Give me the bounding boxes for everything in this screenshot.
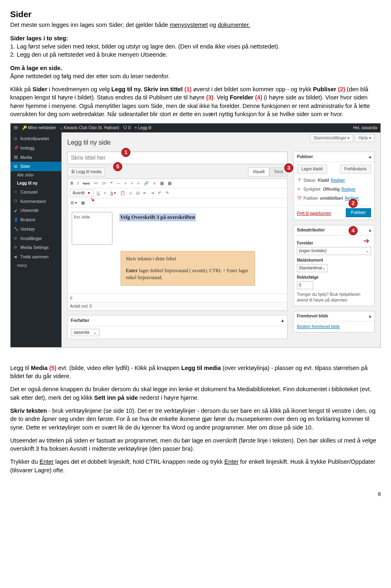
menu-comments[interactable]: 🗨Kommentarer bbox=[11, 197, 62, 206]
link-dokumenter: dokumenter. bbox=[217, 22, 250, 28]
submenu-all-pages[interactable]: Alle sider bbox=[11, 171, 62, 179]
textcolor-button[interactable]: A ▾ bbox=[110, 190, 117, 196]
publish-panel: Publiser▴ Lagre kladd Forhåndsvis 📍Statu… bbox=[293, 152, 375, 220]
calendar-icon: 📅 bbox=[297, 196, 302, 201]
author-panel-title: Forfatter bbox=[71, 317, 89, 324]
subhead-om: Om å lage en side. bbox=[10, 65, 62, 71]
outdent-button[interactable]: ⇤ bbox=[143, 190, 147, 196]
step-2: 2. Legg den ut på nettstedet ved å bruke… bbox=[10, 51, 167, 58]
wp-logo-icon[interactable]: ⓦ bbox=[14, 125, 18, 131]
menu-collapse[interactable]: ◀Trekk sammen bbox=[11, 252, 62, 262]
instruction-box: Skriv teksten i dette feltet Enter lager… bbox=[121, 251, 255, 285]
om-line: Åpne nettstedet og følg med der etter so… bbox=[10, 73, 170, 79]
menu-appearance[interactable]: 🖌Utseende bbox=[11, 206, 62, 215]
italic-button[interactable]: I bbox=[77, 180, 79, 187]
toggle-toolbar-button[interactable]: ▦ bbox=[167, 180, 172, 187]
align-left-button[interactable]: ≡ bbox=[124, 180, 128, 187]
bold-button[interactable]: B bbox=[70, 180, 74, 187]
page-number: 8 bbox=[10, 491, 381, 498]
tab-help[interactable]: Hjelp ▾ bbox=[355, 134, 375, 142]
submenu-add-new[interactable]: Legg til ny bbox=[11, 179, 62, 187]
subhead-steps: Sider lages i to steg: bbox=[10, 35, 68, 42]
intro-text: Det meste som legges inn lages som Sider… bbox=[10, 21, 381, 29]
featured-image-panel: Fremhevet bilde▴ Bestem fremhevet bilde bbox=[293, 311, 375, 333]
preview-button[interactable]: Forhåndsvis bbox=[340, 165, 371, 174]
tools-icon: 🔧 bbox=[14, 227, 18, 232]
order-label: Rekkefølge bbox=[297, 275, 371, 280]
set-featured-image[interactable]: Bestem fremhevet bilde bbox=[297, 324, 340, 329]
chevron-down-icon: ▼ bbox=[87, 191, 91, 196]
collapse-icon[interactable]: ▴ bbox=[369, 154, 371, 160]
move-to-trash[interactable]: Flytt til papirkurven bbox=[297, 208, 331, 216]
menu-media[interactable]: 🖾Media bbox=[11, 153, 62, 162]
wp-screenshot: ⓦ 🔑 Mine nettsteder ⌂ Kiwanis Club Oslo … bbox=[10, 123, 381, 347]
parent-select[interactable]: (ingen forelder)⌄ bbox=[297, 247, 371, 255]
menu-tools[interactable]: 🔧Verktøy bbox=[11, 225, 62, 234]
bullets-button[interactable]: •≡ bbox=[93, 180, 99, 187]
toolbar-row-2: Avsnitt▼ U ≡ A ▾ 📋 ◇ Ω ⇤ ⇥ ↶ ↷ ➔ bbox=[68, 188, 287, 198]
edit-status[interactable]: Rediger bbox=[331, 178, 345, 183]
char-button[interactable]: Ω bbox=[136, 190, 140, 196]
table-button[interactable]: ⊞ ▾ bbox=[70, 200, 78, 206]
menu-carousel[interactable]: ☆Carousel bbox=[11, 187, 62, 197]
greeting[interactable]: Hei, aasanda bbox=[353, 125, 377, 131]
template-select[interactable]: Standardmal⌄ bbox=[297, 264, 327, 272]
editor-path: p bbox=[68, 293, 287, 302]
publish-panel-title: Publiser bbox=[297, 154, 313, 160]
after-para-2: Det er også denne knappen du bruker ders… bbox=[10, 385, 381, 402]
collapse-icon[interactable]: ▴ bbox=[369, 227, 371, 233]
clear-button[interactable]: ◇ bbox=[128, 190, 133, 196]
red-arrow-parent: ➔ bbox=[363, 236, 369, 246]
add-media-button[interactable]: 🖻 Legg til media bbox=[67, 167, 105, 176]
indent-button[interactable]: ⇥ bbox=[150, 190, 155, 196]
title-input[interactable]: Skriv tittel her bbox=[67, 152, 288, 165]
menu-posts[interactable]: 📌Innlegg bbox=[11, 143, 62, 153]
menu-settings[interactable]: ⛭Innstillinger bbox=[11, 234, 62, 243]
undo-button[interactable]: ↶ bbox=[157, 190, 162, 196]
link-button[interactable]: 🔗 bbox=[143, 180, 149, 187]
edit-visibility[interactable]: Rediger bbox=[341, 187, 356, 192]
menu-media-settings[interactable]: ⛭Media Settings bbox=[11, 243, 62, 252]
align-right-button[interactable]: ≡ bbox=[136, 180, 141, 187]
heading-sider: Sider bbox=[10, 8, 381, 20]
comments-count[interactable]: 🗨 0 bbox=[123, 125, 130, 131]
new-content[interactable]: + Legg til bbox=[135, 125, 152, 131]
site-name[interactable]: ⌂ Kiwanis Club Oslo St. Hallvard bbox=[60, 125, 119, 131]
menu-dashboard[interactable]: ◷Kontrollpanelet bbox=[11, 134, 62, 143]
quote-button[interactable]: ❝ bbox=[110, 180, 113, 187]
menu-collapse-line2: meny bbox=[11, 262, 62, 270]
redo-button[interactable]: ↷ bbox=[165, 190, 169, 196]
my-sites[interactable]: 🔑 Mine nettsteder bbox=[22, 125, 56, 131]
toolbar-row-3: ⊞ ▾ ▦ bbox=[68, 198, 287, 208]
collapse-icon[interactable]: ▴ bbox=[369, 313, 371, 319]
unlink-button[interactable]: ⤫ bbox=[152, 180, 157, 187]
grid-button[interactable]: ▦ bbox=[80, 200, 86, 206]
numbers-button[interactable]: 1≡ bbox=[101, 180, 107, 187]
strike-button[interactable]: ᴀʙᴄ bbox=[82, 180, 91, 187]
underline-button[interactable]: U bbox=[96, 190, 101, 196]
publish-button[interactable]: Publiser bbox=[346, 208, 371, 217]
pin-icon: 📍 bbox=[297, 178, 302, 183]
chevron-down-icon: ⌄ bbox=[366, 248, 369, 254]
save-draft-button[interactable]: Lagre kladd bbox=[297, 165, 327, 174]
link-menysystemet: menysystemet bbox=[170, 22, 208, 28]
collapse-icon[interactable]: ▴ bbox=[281, 317, 284, 324]
author-panel: Forfatter▴ aasanda⌄ bbox=[67, 315, 288, 339]
tab-visual[interactable]: Visuell bbox=[248, 167, 269, 176]
justify-button[interactable]: ≡ bbox=[103, 190, 107, 196]
menu-pages[interactable]: ▤Sider bbox=[11, 162, 62, 171]
menu-users[interactable]: 👤Brukere bbox=[11, 215, 62, 225]
paste-button[interactable]: 📋 bbox=[119, 190, 126, 196]
dashboard-icon: ◷ bbox=[14, 136, 18, 141]
more-button[interactable]: ▦ bbox=[159, 180, 165, 187]
word-count: Antall ord: 0 bbox=[68, 302, 287, 311]
editor: B I ᴀʙᴄ •≡ 1≡ ❝ — ≡ ≡ ≡ 🔗 ⤫ ▦ bbox=[67, 178, 288, 311]
author-select[interactable]: aasanda⌄ bbox=[71, 329, 99, 336]
order-input[interactable]: 0 bbox=[297, 281, 313, 289]
featured-image-title: Fremhevet bilde bbox=[297, 313, 328, 319]
align-center-button[interactable]: ≡ bbox=[130, 180, 134, 187]
tab-screen-options[interactable]: Skjerminnstillinger ▾ bbox=[310, 134, 354, 142]
hr-button[interactable]: — bbox=[116, 180, 121, 187]
format-select[interactable]: Avsnitt▼ bbox=[70, 189, 94, 197]
editor-body[interactable]: Evt. bilde Velg Overskrift 3 på overskri… bbox=[68, 208, 287, 293]
